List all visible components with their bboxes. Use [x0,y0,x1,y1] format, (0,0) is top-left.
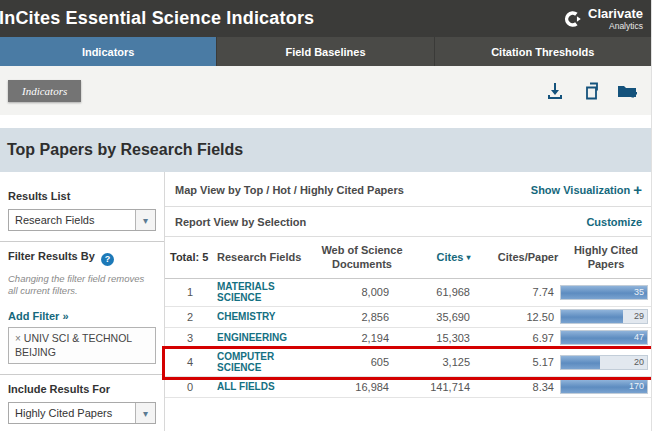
row-cites-per-paper: 7.74 [496,286,560,298]
map-view-row: Map View by Top / Hot / Highly Cited Pap… [165,172,652,207]
highly-cited-papers-value: 35 [634,287,644,297]
toolbar: Indicators [0,66,651,115]
results-list-label: Results List [8,190,156,202]
highly-cited-papers-bar: 35 [560,285,648,300]
table-body: 1 MATERIALS SCIENCE 8,009 61,968 7.74 35… [165,279,652,398]
report-view-row: Report View by Selection Customize [165,207,652,237]
spacer [0,115,651,128]
page-title-banner: Top Papers by Research Fields [0,128,651,172]
tab-indicators[interactable]: Indicators [0,37,216,66]
table-row[interactable]: 4 COMPUTER SCIENCE 605 3,125 5.17 20 [165,349,652,377]
col-highly-cited-papers: Highly Cited Papers [560,244,652,272]
clarivate-logo: Clarivate Analytics [563,7,645,31]
row-cites: 61,968 [411,286,496,298]
filter-help-text: Changing the filter field removes all cu… [8,273,156,299]
chevron-down-icon: ▾ [135,210,155,230]
app-window: InCites Essential Science Indicators Cla… [0,0,652,431]
download-icon[interactable] [545,81,565,101]
research-field-link[interactable]: CHEMISTRY [207,311,313,323]
map-view-label: Map View by Top / Hot / Highly Cited Pap… [175,184,404,196]
customize-link[interactable]: Customize [586,216,642,228]
row-cites-per-paper: 8.34 [496,381,560,393]
highly-cited-papers-value: 29 [634,311,644,321]
print-icon[interactable] [581,81,601,101]
add-filter-link[interactable]: Add Filter » [8,310,69,322]
table-row[interactable]: 0 ALL FIELDS 16,984 141,714 8.34 170 [165,377,652,398]
row-web-of-science-documents: 2,856 [313,311,411,323]
row-web-of-science-documents: 16,984 [313,381,411,393]
row-rank: 1 [165,286,207,298]
highly-cited-papers-value: 20 [634,357,644,367]
row-web-of-science-documents: 605 [313,356,411,368]
include-results-select[interactable]: Highly Cited Papers ▾ [8,402,156,424]
bar-fill [561,356,600,369]
content: Results List Research Fields ▾ Filter Re… [0,172,651,431]
row-cites-per-paper: 5.17 [496,356,560,368]
col-web-of-science-documents: Web of Science Documents [313,244,411,272]
row-web-of-science-documents: 2,194 [313,332,411,344]
main-panel: Map View by Top / Hot / Highly Cited Pap… [165,172,652,431]
main-tab-bar: Indicators Field Baselines Citation Thre… [0,37,651,66]
chevron-down-icon: ▾ [135,403,155,423]
brand-subtitle: Analytics [588,22,643,31]
filter-chip-label: UNIV SCI & TECHNOL BEIJING [15,332,132,358]
row-rank: 4 [165,356,207,368]
results-list-select[interactable]: Research Fields ▾ [8,209,156,231]
tab-field-baselines[interactable]: Field Baselines [216,37,433,66]
clarivate-logo-icon [563,9,583,29]
highly-cited-papers-bar: 170 [560,379,648,394]
show-visualization-link[interactable]: Show Visualization+ [531,181,642,198]
indicators-breadcrumb-button[interactable]: Indicators [8,80,81,102]
include-results-value: Highly Cited Papers [9,403,135,423]
row-cites: 3,125 [411,356,496,368]
row-cites: 141,714 [411,381,496,393]
total-count: Total: 5 [165,251,207,265]
tab-citation-thresholds[interactable]: Citation Thresholds [434,37,651,66]
row-cites: 15,303 [411,332,496,344]
page-title: Top Papers by Research Fields [7,141,243,159]
research-field-link[interactable]: COMPUTER SCIENCE [207,351,313,374]
plus-icon: + [633,181,642,198]
table-row[interactable]: 3 ENGINEERING 2,194 15,303 6.97 47 [165,328,652,349]
row-cites: 35,690 [411,311,496,323]
results-list-section: Results List Research Fields ▾ [0,182,164,241]
research-field-link[interactable]: ENGINEERING [207,332,313,344]
row-rank: 3 [165,332,207,344]
highly-cited-papers-bar: 29 [560,309,648,324]
bar-fill [561,310,623,323]
research-field-link[interactable]: ALL FIELDS [207,381,313,393]
app-title: InCites Essential Science Indicators [0,8,314,29]
table-row[interactable]: 2 CHEMISTRY 2,856 35,690 12.50 29 [165,307,652,328]
highly-cited-papers-value: 47 [634,332,644,342]
row-web-of-science-documents: 8,009 [313,286,411,298]
research-field-link[interactable]: MATERIALS SCIENCE [207,281,313,304]
include-results-section: Include Results For Highly Cited Papers … [0,374,164,431]
brand-name: Clarivate [588,7,643,20]
remove-filter-icon[interactable]: × [15,333,21,344]
results-list-value: Research Fields [9,210,135,230]
row-cites-per-paper: 6.97 [496,332,560,344]
row-rank: 0 [165,381,207,393]
report-view-label: Report View by Selection [175,216,306,228]
sort-down-icon: ▾ [466,253,470,262]
row-cites-per-paper: 12.50 [496,311,560,323]
highly-cited-papers-bar: 20 [560,355,648,370]
filter-results-label: Filter Results By [8,250,95,262]
highly-cited-papers-bar: 47 [560,330,648,345]
add-to-folder-icon[interactable] [617,81,637,101]
filter-chip-univ-sci-technol-beijing[interactable]: ×UNIV SCI & TECHNOL BEIJING [8,327,156,364]
filter-section: Filter Results By ? Changing the filter … [0,241,164,374]
sidebar: Results List Research Fields ▾ Filter Re… [0,172,165,431]
highly-cited-papers-value: 170 [629,381,644,391]
include-results-label: Include Results For [8,383,156,395]
help-icon[interactable]: ? [101,253,114,266]
col-cites-sortable[interactable]: Cites ▾ [411,251,496,265]
row-rank: 2 [165,311,207,323]
table-row[interactable]: 1 MATERIALS SCIENCE 8,009 61,968 7.74 35 [165,279,652,307]
app-header: InCites Essential Science Indicators Cla… [0,0,651,37]
col-cites-per-paper: Cites/Paper [496,251,560,265]
table-header: Total: 5 Research Fields Web of Science … [165,237,652,279]
col-research-fields: Research Fields [207,251,313,265]
